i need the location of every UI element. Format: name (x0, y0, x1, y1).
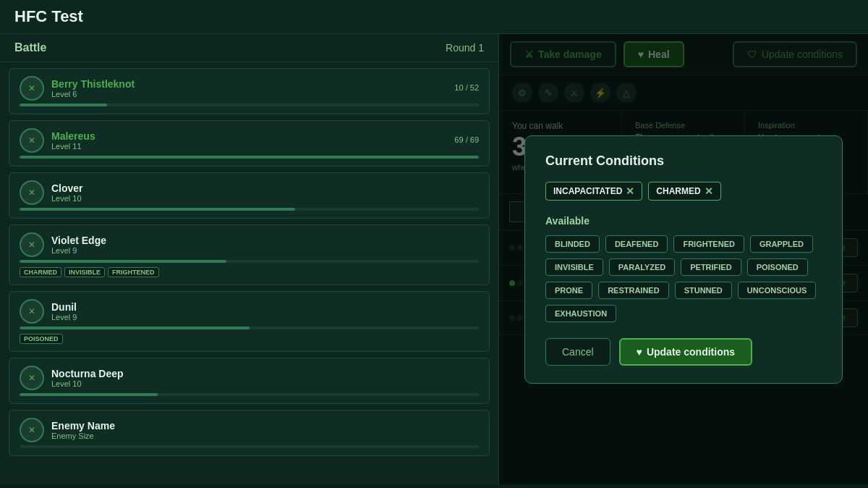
char-avatar: ✕ (20, 128, 44, 153)
available-condition[interactable]: GRAPPLED (750, 235, 813, 253)
char-card[interactable]: ✕ Nocturna Deep Level 10 (9, 358, 490, 404)
condition-label: CHARMED (656, 186, 700, 196)
app-header: HFC Test (0, 0, 868, 34)
active-condition: INCAPACITATED✕ (545, 182, 642, 201)
update-icon: ♥ (637, 346, 642, 358)
hp-fill (20, 208, 295, 211)
char-name: Violet Edge (51, 235, 479, 246)
char-card[interactable]: ✕ Berry Thistleknot Level 6 10 / 52 (9, 68, 490, 114)
battle-title: Battle (14, 41, 46, 54)
char-info: Dunil Level 9 (51, 301, 479, 321)
char-level: Level 10 (51, 194, 479, 203)
char-avatar: ✕ (20, 366, 44, 390)
char-card[interactable]: ✕ Enemy Name Enemy Size (9, 410, 490, 456)
available-condition[interactable]: PARALYZED (609, 258, 675, 276)
hp-bar (20, 327, 479, 329)
char-card[interactable]: ✕ Dunil Level 9 POISONED (9, 291, 490, 352)
hp-fill (20, 156, 479, 159)
available-condition[interactable]: DEAFENED (605, 235, 668, 253)
available-conditions-list: BLINDEDDEAFENEDFRIGHTENEDGRAPPLEDINVISIB… (545, 235, 822, 322)
available-condition[interactable]: FRIGHTENED (673, 235, 744, 253)
char-avatar: ✕ (20, 299, 44, 324)
condition-tag: INVISIBLE (64, 267, 105, 277)
available-label: Available (545, 215, 822, 227)
condition-label: INCAPACITATED (553, 186, 622, 196)
char-card[interactable]: ✕ Violet Edge Level 9 CHARMEDINVISIBLEFR… (9, 224, 490, 285)
remove-condition-button[interactable]: ✕ (626, 185, 634, 197)
modal-buttons: Cancel ♥ Update conditions (545, 338, 822, 366)
char-hp: 10 / 52 (454, 83, 479, 92)
available-condition[interactable]: PETRIFIED (681, 258, 741, 276)
available-condition[interactable]: POISONED (747, 258, 808, 276)
hp-fill (20, 393, 158, 396)
battle-header: Battle Round 1 (0, 34, 498, 62)
hp-fill (20, 327, 250, 329)
app-title: HFC Test (14, 7, 83, 26)
char-name: Berry Thistleknot (51, 78, 447, 90)
char-info: Berry Thistleknot Level 6 (51, 78, 447, 98)
char-name: Clover (51, 182, 479, 194)
update-conditions-modal-button[interactable]: ♥ Update conditions (619, 338, 752, 366)
main-layout: Battle Round 1 ✕ Berry Thistleknot Level… (0, 34, 868, 484)
available-condition[interactable]: EXHAUSTION (545, 305, 616, 322)
condition-tags: CHARMEDINVISIBLEFRIGHTENED (20, 267, 479, 277)
round-label: Round 1 (446, 42, 484, 54)
left-panel: Battle Round 1 ✕ Berry Thistleknot Level… (0, 34, 499, 484)
hp-bar (20, 104, 479, 106)
char-card[interactable]: ✕ Malereus Level 11 69 / 69 (9, 120, 490, 167)
char-level: Enemy Size (51, 432, 479, 440)
modal-overlay: Current Conditions INCAPACITATED✕CHARMED… (499, 34, 868, 484)
char-name: Dunil (51, 301, 479, 313)
char-info: Violet Edge Level 9 (51, 235, 479, 255)
hp-bar (20, 393, 479, 396)
character-list: ✕ Berry Thistleknot Level 6 10 / 52 ✕ Ma… (0, 68, 498, 456)
available-condition[interactable]: BLINDED (545, 235, 600, 253)
right-panel: ⚔ Take damage ♥ Heal 🛡 Update conditions… (499, 34, 868, 484)
hp-fill (20, 104, 107, 106)
condition-tag: CHARMED (20, 267, 61, 277)
char-name: Malereus (51, 130, 447, 142)
hp-bar (20, 260, 479, 263)
available-condition[interactable]: PRONE (545, 282, 592, 299)
char-avatar: ✕ (20, 418, 44, 442)
conditions-modal: Current Conditions INCAPACITATED✕CHARMED… (524, 135, 843, 384)
char-info: Malereus Level 11 (51, 130, 447, 151)
remove-condition-button[interactable]: ✕ (705, 185, 713, 197)
available-condition[interactable]: RESTRAINED (598, 282, 669, 299)
available-condition[interactable]: INVISIBLE (545, 258, 603, 276)
char-name: Nocturna Deep (51, 368, 479, 379)
char-info: Enemy Name Enemy Size (51, 420, 479, 440)
condition-tag: FRIGHTENED (108, 267, 159, 277)
char-info: Clover Level 10 (51, 182, 479, 203)
cancel-button[interactable]: Cancel (545, 338, 610, 366)
char-level: Level 9 (51, 246, 479, 255)
char-level: Level 10 (51, 379, 479, 388)
char-avatar: ✕ (20, 76, 44, 101)
char-level: Level 6 (51, 90, 447, 98)
modal-title: Current Conditions (545, 153, 822, 169)
available-condition[interactable]: STUNNED (675, 282, 732, 299)
char-avatar: ✕ (20, 180, 44, 205)
hp-bar (20, 156, 479, 159)
active-conditions-list: INCAPACITATED✕CHARMED✕ (545, 182, 822, 201)
char-card[interactable]: ✕ Clover Level 10 (9, 172, 490, 219)
hp-fill (20, 260, 226, 263)
condition-tag: POISONED (20, 334, 63, 344)
char-name: Enemy Name (51, 420, 479, 432)
char-hp: 69 / 69 (454, 135, 479, 144)
hp-bar (20, 208, 479, 211)
active-condition: CHARMED✕ (648, 182, 720, 201)
available-condition[interactable]: UNCONSCIOUS (738, 282, 817, 299)
char-avatar: ✕ (20, 232, 44, 257)
char-level: Level 9 (51, 313, 479, 321)
char-level: Level 11 (51, 142, 447, 151)
char-info: Nocturna Deep Level 10 (51, 368, 479, 388)
hp-bar (20, 445, 479, 448)
condition-tags: POISONED (20, 334, 479, 344)
